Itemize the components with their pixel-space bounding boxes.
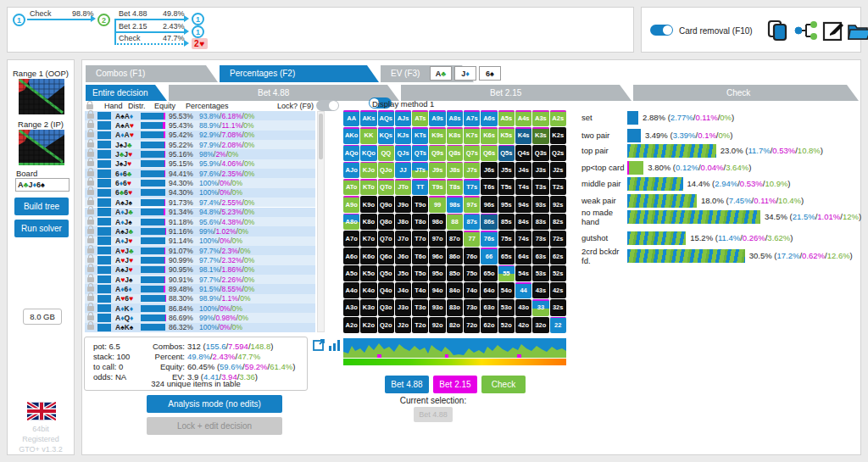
matrix-cell-63s[interactable]: 63s — [532, 248, 548, 264]
matrix-cell-T6o[interactable]: T6o — [412, 248, 428, 264]
matrix-cell-A5s[interactable]: A5s — [498, 110, 515, 126]
matrix-cell-A4s[interactable]: A4s — [515, 110, 531, 126]
matrix-cell-T5o[interactable]: T5o — [412, 265, 428, 281]
row-lock-icon[interactable] — [87, 277, 94, 282]
matrix-cell-QJo[interactable]: QJo — [378, 162, 394, 178]
matrix-cell-A6s[interactable]: A6s — [481, 110, 497, 126]
table-row[interactable]: A♦J♠91.18%95.6%/4.38%/0% — [85, 217, 315, 226]
matrix-cell-84s[interactable]: 84s — [515, 214, 531, 230]
matrix-cell-K5s[interactable]: K5s — [498, 127, 515, 143]
matrix-cell-73s[interactable]: 73s — [532, 231, 548, 247]
matrix-cell-63o[interactable]: 63o — [481, 299, 497, 315]
row-lock-icon[interactable] — [87, 229, 94, 234]
matrix-cell-A3s[interactable]: A3s — [532, 110, 548, 126]
matrix-cell-T7s[interactable]: T7s — [464, 179, 480, 195]
matrix-cell-TT[interactable]: TT — [412, 179, 428, 195]
tree-node-current[interactable]: 2♥ — [192, 38, 208, 49]
table-row[interactable]: A♥J♠90.91%97.7%/2.26%/0% — [85, 275, 315, 284]
matrix-cell-Q8s[interactable]: Q8s — [447, 145, 463, 161]
table-row[interactable]: A♠J♠91.73%97.4%/2.55%/0% — [85, 198, 315, 207]
matrix-cell-K7o[interactable]: K7o — [360, 231, 376, 247]
range-2-thumbnail[interactable] — [19, 130, 64, 165]
matrix-cell-87o[interactable]: 87o — [447, 231, 463, 247]
matrix-cell-65s[interactable]: 65s — [498, 248, 515, 264]
matrix-cell-Q6o[interactable]: Q6o — [378, 248, 394, 264]
matrix-cell-AQo[interactable]: AQo — [343, 145, 359, 161]
matrix-cell-A8s[interactable]: A8s — [447, 110, 463, 126]
table-scrollbar[interactable] — [317, 111, 325, 332]
matrix-cell-A9s[interactable]: A9s — [429, 110, 445, 126]
matrix-cell-92s[interactable]: 92s — [550, 196, 566, 212]
table-row[interactable]: 6♣6♥94.30%100%/0%/0% — [85, 188, 315, 198]
matrix-cell-99[interactable]: 99 — [429, 196, 445, 212]
row-lock-icon[interactable] — [87, 190, 94, 195]
matrix-cell-K4o[interactable]: K4o — [360, 282, 376, 298]
matrix-cell-Q3o[interactable]: Q3o — [378, 299, 394, 315]
matrix-cell-53s[interactable]: 53s — [532, 265, 548, 281]
matrix-cell-ATs[interactable]: ATs — [412, 110, 428, 126]
matrix-cell-82s[interactable]: 82s — [550, 214, 566, 230]
matrix-cell-Q7s[interactable]: Q7s — [464, 145, 480, 161]
matrix-cell-62s[interactable]: 62s — [550, 248, 566, 264]
matrix-cell-T8o[interactable]: T8o — [412, 214, 428, 230]
run-solver-button[interactable]: Run solver — [14, 220, 69, 237]
matrix-cell-74o[interactable]: 74o — [464, 282, 480, 298]
matrix-cell-T3o[interactable]: T3o — [412, 299, 428, 315]
row-lock-icon[interactable] — [87, 220, 94, 225]
row-lock-icon[interactable] — [87, 114, 94, 119]
matrix-cell-95o[interactable]: 95o — [429, 265, 445, 281]
matrix-cell-K8o[interactable]: K8o — [360, 214, 376, 230]
matrix-cell-JTo[interactable]: JTo — [395, 179, 411, 195]
matrix-cell-K8s[interactable]: K8s — [447, 127, 463, 143]
matrix-cell-72o[interactable]: 72o — [464, 317, 480, 333]
matrix-cell-55[interactable]: 55 — [498, 265, 515, 281]
matrix-cell-A4o[interactable]: A4o — [343, 282, 359, 298]
matrix-cell-T4o[interactable]: T4o — [412, 282, 428, 298]
matrix-cell-J4s[interactable]: J4s — [515, 162, 531, 178]
matrix-cell-J7o[interactable]: J7o — [395, 231, 411, 247]
matrix-cell-83s[interactable]: 83s — [532, 214, 548, 230]
matrix-cell-98s[interactable]: 98s — [447, 196, 463, 212]
tree-icon[interactable] — [794, 19, 818, 42]
matrix-cell-T8s[interactable]: T8s — [447, 179, 463, 195]
matrix-cell-66[interactable]: 66 — [481, 248, 497, 264]
row-lock-icon[interactable] — [87, 142, 94, 148]
matrix-cell-A5o[interactable]: A5o — [343, 265, 359, 281]
popout-icon[interactable] — [313, 338, 326, 351]
matrix-cell-A2s[interactable]: A2s — [550, 110, 566, 126]
row-lock-icon[interactable] — [87, 209, 94, 214]
matrix-cell-J5o[interactable]: J5o — [395, 265, 411, 281]
matrix-cell-KTs[interactable]: KTs — [412, 127, 428, 143]
table-row[interactable]: A♦Q♦86.69%99%/0.98%/0% — [85, 313, 315, 322]
matrix-cell-Q9o[interactable]: Q9o — [378, 196, 394, 212]
build-tree-button[interactable]: Build tree — [14, 198, 69, 215]
matrix-cell-A7s[interactable]: A7s — [464, 110, 480, 126]
matrix-cell-K6o[interactable]: K6o — [360, 248, 376, 264]
matrix-cell-53o[interactable]: 53o — [498, 299, 515, 315]
table-row[interactable]: A♠J♥90.95%98.1%/1.86%/0% — [85, 265, 315, 275]
matrix-cell-J9s[interactable]: J9s — [429, 162, 445, 178]
matrix-cell-J8s[interactable]: J8s — [447, 162, 463, 178]
matrix-cell-J6o[interactable]: J6o — [395, 248, 411, 264]
lock-edit-button[interactable]: Lock + edit decision — [147, 417, 282, 435]
matrix-cell-97o[interactable]: 97o — [429, 231, 445, 247]
matrix-cell-K4s[interactable]: K4s — [515, 127, 531, 143]
matrix-cell-AJs[interactable]: AJs — [395, 110, 411, 126]
matrix-cell-T2s[interactable]: T2s — [550, 179, 566, 195]
matrix-cell-54o[interactable]: 54o — [498, 282, 515, 298]
matrix-cell-AQs[interactable]: AQs — [378, 110, 394, 126]
tab-combos[interactable]: Combos (F1) — [86, 65, 218, 82]
table-row[interactable]: 6♦6♣94.41%97.6%/2.35%/0% — [85, 169, 315, 178]
matrix-cell-65o[interactable]: 65o — [481, 265, 497, 281]
bet-488-button[interactable]: Bet 4.88 — [385, 376, 429, 393]
matrix-cell-77[interactable]: 77 — [464, 231, 480, 247]
row-lock-icon[interactable] — [87, 238, 94, 243]
tree-node-2[interactable]: 2 — [97, 14, 110, 26]
matrix-cell-T9o[interactable]: T9o — [412, 196, 428, 212]
row-lock-icon[interactable] — [87, 296, 94, 301]
matrix-cell-QQ[interactable]: QQ — [378, 145, 394, 161]
matrix-cell-KJo[interactable]: KJo — [360, 162, 376, 178]
table-row[interactable]: 6♦6♥94.30%100%/0%/0% — [85, 178, 315, 187]
table-row[interactable]: A♠A♦95.53%93.8%/6.18%/0% — [85, 111, 315, 120]
matrix-cell-73o[interactable]: 73o — [464, 299, 480, 315]
